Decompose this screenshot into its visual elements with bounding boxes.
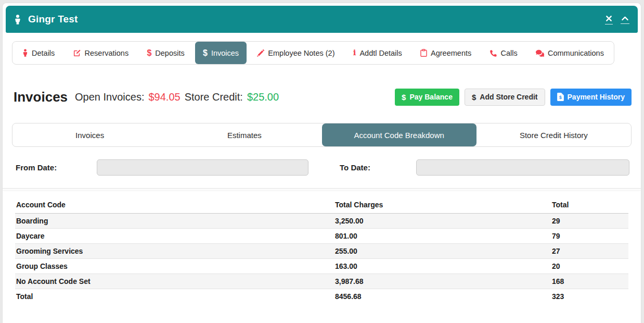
table-row: Grooming Services 255.00 27	[15, 244, 628, 259]
pencil-icon	[257, 49, 264, 57]
tab-label: Invoices	[211, 49, 239, 57]
invoice-actions: $ Pay Balance $ Add Store Credit $ Payme…	[395, 89, 632, 106]
tab-label: Communications	[548, 49, 604, 57]
dollar-icon: $	[147, 49, 151, 57]
column-header-total: Total	[551, 196, 628, 214]
tab-label: Deposits	[155, 49, 184, 57]
balance-summary: Open Invoices: $94.05 Store Credit: $25.…	[75, 91, 279, 103]
subtab-invoices[interactable]: Invoices	[12, 123, 167, 146]
total-charges-cell: 8456.68	[334, 289, 551, 304]
total-charges-cell: 801.00	[334, 229, 551, 244]
page-title: Invoices	[14, 89, 68, 105]
tab-label: Details	[32, 49, 55, 57]
account-code-cell: Grooming Services	[15, 244, 334, 259]
invoices-summary: Invoices Open Invoices: $94.05 Store Cre…	[14, 88, 632, 106]
open-invoices-amount: $94.05	[148, 91, 180, 103]
total-charges-cell: 3,250.00	[334, 214, 551, 229]
tab-label: Reservations	[85, 49, 129, 57]
table-row: Boarding 3,250.00 29	[15, 214, 628, 229]
account-code-cell: Boarding	[15, 214, 334, 229]
dollar-icon: $	[472, 93, 476, 102]
tab-addtl-details[interactable]: i Addtl Details	[345, 42, 410, 64]
subtab-estimates[interactable]: Estimates	[167, 123, 321, 146]
window-controls	[605, 15, 629, 24]
user-icon	[22, 49, 28, 57]
tab-details[interactable]: Details	[15, 42, 62, 64]
open-invoices-label: Open Invoices:	[75, 91, 144, 103]
dollar-icon: $	[402, 93, 406, 102]
store-credit-amount: $25.00	[247, 91, 279, 103]
tab-label: Employee Notes (2)	[268, 49, 334, 57]
subtab-label: Store Credit History	[520, 131, 588, 140]
subtab-store-credit-history[interactable]: Store Credit History	[476, 123, 631, 146]
pay-balance-button[interactable]: $ Pay Balance	[395, 89, 459, 106]
date-filters: From Date: To Date:	[12, 159, 632, 176]
total-charges-cell: 163.00	[334, 259, 551, 274]
tab-communications[interactable]: Communications	[528, 42, 612, 64]
total-cell: 29	[551, 214, 628, 229]
tab-invoices[interactable]: $ Invoices	[195, 42, 247, 64]
table-header-row: Account Code Total Charges Total	[15, 196, 628, 214]
subtab-label: Account Code Breakdown	[354, 131, 444, 140]
column-header-total-charges: Total Charges	[334, 196, 551, 214]
total-cell: 79	[551, 229, 628, 244]
store-credit-label: Store Credit:	[185, 91, 243, 103]
tab-reservations[interactable]: Reservations	[66, 42, 137, 64]
account-code-cell: No Account Code Set	[15, 274, 334, 289]
close-icon[interactable]	[605, 15, 613, 24]
window-title: Gingr Test	[28, 14, 78, 25]
tab-deposits[interactable]: $ Deposits	[139, 42, 192, 64]
column-header-account-code: Account Code	[15, 196, 334, 214]
tab-label: Calls	[500, 49, 517, 57]
table-row: Daycare 801.00 79	[15, 229, 628, 244]
svg-text:$: $	[559, 95, 562, 100]
tab-label: Addtl Details	[359, 49, 402, 57]
table-total-row: Total 8456.68 323	[15, 289, 628, 304]
clipboard-icon	[420, 49, 427, 57]
total-cell: 20	[551, 259, 628, 274]
total-cell: 168	[551, 274, 628, 289]
window-header: Gingr Test	[6, 6, 638, 33]
pay-balance-label: Pay Balance	[409, 93, 453, 101]
subtab-label: Invoices	[75, 131, 104, 140]
subtab-label: Estimates	[227, 131, 262, 140]
tab-employee-notes[interactable]: Employee Notes (2)	[249, 42, 342, 64]
total-cell: 323	[551, 289, 628, 304]
edit-icon	[73, 49, 81, 57]
tab-agreements[interactable]: Agreements	[413, 42, 479, 64]
invoice-subtab-bar: Invoices Estimates Account Code Breakdow…	[12, 123, 632, 147]
to-date-label: To Date:	[340, 163, 416, 172]
subtab-account-code-breakdown[interactable]: Account Code Breakdown	[322, 123, 476, 146]
info-icon: i	[353, 49, 356, 57]
from-date-label: From Date:	[16, 163, 97, 172]
user-icon	[14, 15, 21, 24]
tab-calls[interactable]: Calls	[482, 42, 525, 64]
account-code-table: Account Code Total Charges Total Boardin…	[15, 196, 628, 304]
account-code-cell: Total	[15, 289, 334, 304]
phone-icon	[490, 49, 497, 57]
payment-history-label: Payment History	[568, 93, 625, 101]
account-code-cell: Group Classes	[15, 259, 334, 274]
table-row: No Account Code Set 3,987.68 168	[15, 274, 628, 289]
tab-label: Agreements	[431, 49, 471, 57]
total-cell: 27	[551, 244, 628, 259]
from-date-input[interactable]	[97, 159, 308, 176]
total-charges-cell: 3,987.68	[334, 274, 551, 289]
dollar-icon: $	[203, 49, 208, 57]
comments-icon	[536, 49, 544, 57]
add-store-credit-label: Add Store Credit	[480, 93, 537, 101]
section-divider	[3, 188, 641, 190]
payment-history-button[interactable]: $ Payment History	[550, 89, 632, 106]
table-row: Group Classes 163.00 20	[15, 259, 628, 274]
chevron-up-icon[interactable]	[621, 15, 629, 24]
main-tab-bar: Details Reservations $ Deposits $ Invoic…	[12, 41, 614, 65]
file-invoice-dollar-icon: $	[557, 93, 564, 101]
to-date-input[interactable]	[416, 159, 629, 176]
total-charges-cell: 255.00	[334, 244, 551, 259]
customer-window: Gingr Test Details Reservations $ Depos	[2, 3, 641, 323]
account-code-cell: Daycare	[15, 229, 334, 244]
add-store-credit-button[interactable]: $ Add Store Credit	[465, 89, 545, 106]
